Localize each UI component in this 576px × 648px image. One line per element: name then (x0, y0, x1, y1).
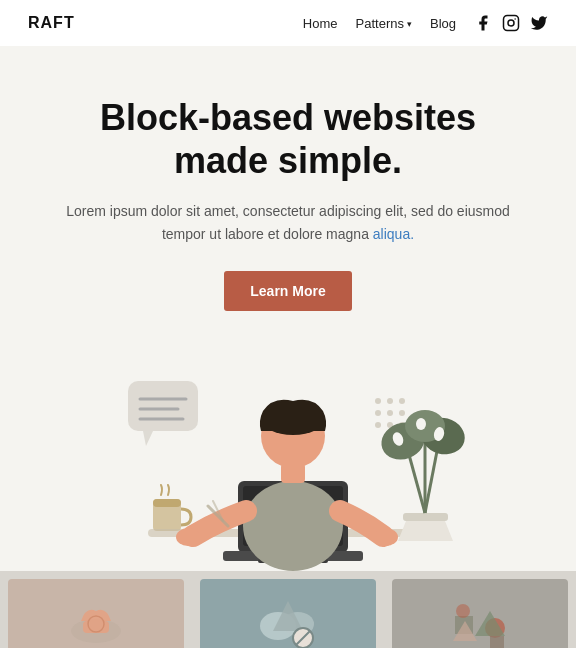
twitter-icon[interactable] (530, 14, 548, 32)
nav-links: Home Patterns ▾ Blog (303, 14, 548, 32)
nav-home[interactable]: Home (303, 16, 338, 31)
card-2[interactable] (200, 579, 376, 648)
svg-point-14 (375, 422, 381, 428)
hero-subtitle: Lorem ipsum dolor sit amet, consectetur … (60, 200, 516, 245)
svg-rect-18 (153, 499, 181, 507)
card-1-illustration (61, 586, 131, 648)
svg-point-25 (243, 481, 343, 571)
nav-patterns[interactable]: Patterns ▾ (356, 16, 412, 31)
illustration-area (0, 341, 576, 571)
svg-rect-45 (83, 621, 109, 633)
svg-line-33 (425, 446, 438, 513)
svg-point-29 (176, 528, 200, 546)
svg-rect-28 (281, 463, 305, 483)
cards-row (0, 571, 576, 648)
svg-point-30 (374, 528, 398, 546)
hero-link[interactable]: aliqua. (373, 226, 414, 242)
svg-point-56 (456, 604, 470, 618)
svg-point-11 (375, 410, 381, 416)
chevron-down-icon: ▾ (407, 19, 412, 29)
facebook-icon[interactable] (474, 14, 492, 32)
svg-rect-0 (504, 16, 519, 31)
hero-section: Block-based websites made simple. Lorem … (0, 46, 576, 341)
card-2-illustration (253, 586, 323, 648)
card-3[interactable] (392, 579, 568, 648)
instagram-icon[interactable] (502, 14, 520, 32)
svg-marker-4 (143, 431, 153, 446)
svg-rect-3 (128, 381, 198, 431)
svg-point-10 (399, 398, 405, 404)
logo: RAFT (28, 14, 75, 32)
svg-point-9 (387, 398, 393, 404)
nav-blog[interactable]: Blog (430, 16, 456, 31)
card-3-illustration (445, 586, 515, 648)
svg-point-8 (375, 398, 381, 404)
hero-title: Block-based websites made simple. (60, 96, 516, 182)
svg-line-32 (408, 451, 425, 513)
navbar: RAFT Home Patterns ▾ Blog (0, 0, 576, 46)
social-icons (474, 14, 548, 32)
svg-rect-31 (403, 513, 448, 521)
svg-point-13 (399, 410, 405, 416)
card-1[interactable] (8, 579, 184, 648)
svg-point-12 (387, 410, 393, 416)
svg-rect-57 (490, 636, 504, 648)
hero-illustration (98, 351, 478, 571)
svg-point-1 (508, 20, 514, 26)
svg-point-40 (416, 418, 426, 430)
learn-more-button[interactable]: Learn More (224, 271, 351, 311)
svg-point-2 (514, 18, 516, 20)
